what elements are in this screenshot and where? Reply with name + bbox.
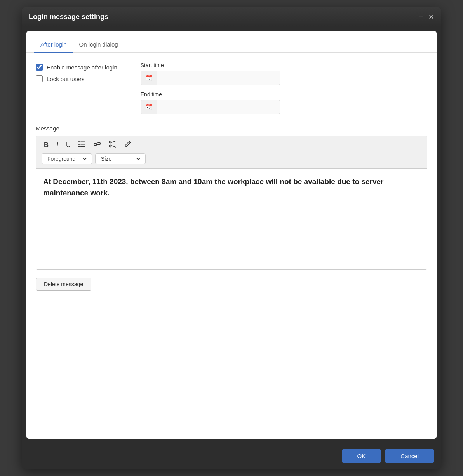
titlebar-controls: + ✕ <box>419 14 434 21</box>
end-time-input-wrapper: 📅 <box>141 100 280 114</box>
end-time-input[interactable] <box>157 101 280 113</box>
bold-button[interactable]: B <box>42 141 51 150</box>
dialog-title: Login message settings <box>29 13 108 21</box>
italic-button[interactable]: I <box>54 141 61 150</box>
start-time-calendar-icon: 📅 <box>141 71 157 85</box>
foreground-select-wrapper[interactable]: Foreground <box>42 153 92 164</box>
cancel-button[interactable]: Cancel <box>385 449 434 463</box>
delete-message-button[interactable]: Delete message <box>36 278 91 291</box>
scissors-button[interactable] <box>106 140 119 150</box>
message-label: Message <box>36 125 427 132</box>
editor-toolbar: B I U <box>36 136 427 169</box>
svg-rect-3 <box>80 144 85 145</box>
tab-after-login[interactable]: After login <box>34 37 73 53</box>
link-button[interactable] <box>91 140 103 150</box>
underline-button[interactable]: U <box>64 141 73 150</box>
checkboxes-section: Enable message after login Lock out user… <box>36 62 427 114</box>
lock-out-users-row[interactable]: Lock out users <box>36 75 117 82</box>
dialog-footer: OK Cancel <box>22 443 441 469</box>
titlebar-close-button[interactable]: ✕ <box>428 14 434 21</box>
start-time-group: Start time 📅 <box>141 62 427 85</box>
message-editor: B I U <box>36 136 427 270</box>
end-time-calendar-icon: 📅 <box>141 100 157 114</box>
svg-line-9 <box>111 146 116 148</box>
foreground-select[interactable]: Foreground <box>46 155 88 162</box>
left-checkboxes: Enable message after login Lock out user… <box>36 64 117 82</box>
titlebar: Login message settings + ✕ <box>22 7 441 26</box>
svg-line-8 <box>111 141 116 143</box>
toolbar-row-1: B I U <box>42 140 421 150</box>
list-button[interactable] <box>76 140 88 150</box>
login-message-dialog: Login message settings + ✕ After login O… <box>22 7 441 469</box>
start-time-input-wrapper: 📅 <box>141 71 280 85</box>
pen-button[interactable] <box>122 140 134 150</box>
tabs-bar: After login On login dialog <box>26 31 437 53</box>
end-time-group: End time 📅 <box>141 91 427 114</box>
svg-rect-0 <box>78 141 80 142</box>
size-select-wrapper[interactable]: Size <box>95 153 146 164</box>
delete-section: Delete message <box>36 278 427 291</box>
titlebar-plus-button[interactable]: + <box>419 14 423 21</box>
tab-after-login-content: Enable message after login Lock out user… <box>26 53 437 300</box>
editor-body[interactable]: At December, 11th 2023, between 8am and … <box>36 169 427 269</box>
svg-rect-2 <box>78 144 80 145</box>
size-select[interactable]: Size <box>99 155 141 162</box>
toolbar-row-2: Foreground Size <box>42 153 421 164</box>
content-area: After login On login dialog Enable messa… <box>26 31 437 439</box>
editor-message-text[interactable]: At December, 11th 2023, between 8am and … <box>43 176 420 198</box>
enable-message-checkbox[interactable] <box>36 64 43 71</box>
ok-button[interactable]: OK <box>342 449 381 463</box>
lock-out-users-label: Lock out users <box>47 76 85 82</box>
enable-message-row[interactable]: Enable message after login <box>36 64 117 71</box>
svg-rect-1 <box>80 142 85 142</box>
tab-on-login-dialog[interactable]: On login dialog <box>73 37 124 53</box>
svg-rect-4 <box>78 146 80 147</box>
svg-rect-5 <box>80 146 85 147</box>
lock-out-users-checkbox[interactable] <box>36 75 43 82</box>
end-time-label: End time <box>141 91 427 97</box>
message-section: Message B I U <box>36 125 427 291</box>
right-fields: Start time 📅 End time 📅 <box>141 62 427 114</box>
enable-message-label: Enable message after login <box>47 64 117 71</box>
start-time-label: Start time <box>141 62 427 68</box>
start-time-input[interactable] <box>157 72 280 84</box>
